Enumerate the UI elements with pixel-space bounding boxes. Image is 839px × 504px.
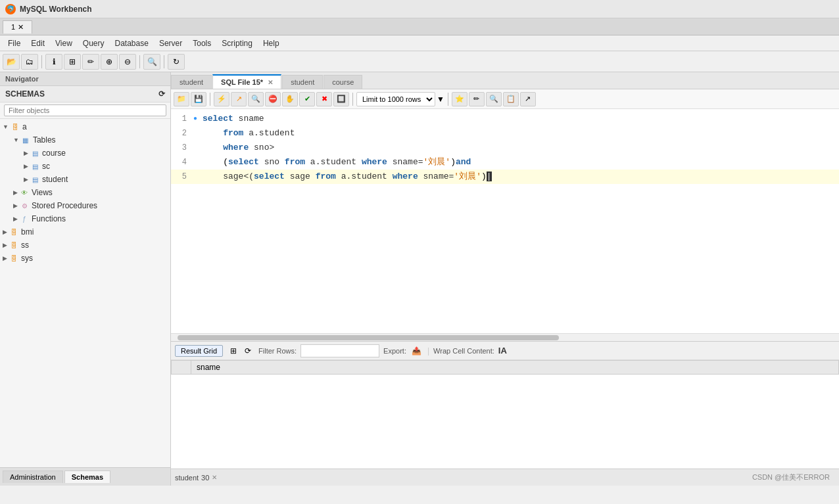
window-tab-1[interactable]: 1 ✕ [3,20,32,34]
export-label: Export: [383,347,406,355]
result-rownum-header [172,361,191,375]
q-commit-btn[interactable]: ✔ [299,92,315,106]
menu-tools[interactable]: Tools [187,37,216,49]
tree-table-student[interactable]: ▶ ▤ student [0,173,170,186]
schema-ss[interactable]: ▶ 🗄 ss [0,239,170,252]
expand-arrow-stored-procs: ▶ [13,202,18,209]
line-num-3: 3 [171,141,191,154]
q-explain-btn[interactable]: 🔍 [248,92,264,106]
schema-tree: ▼ 🗄 a ▼ ▦ Tables ▶ ▤ course ▶ ▤ sc [0,119,170,467]
sql-tab-student-1[interactable]: student [171,75,212,89]
result-tab-student30[interactable]: student 30 ✕ [175,474,217,482]
menu-database[interactable]: Database [110,37,154,49]
sql-line-1: 1 ● select sname [171,112,839,126]
schema-a[interactable]: ▼ 🗄 a [0,120,170,133]
db-icon-bmi: 🗄 [9,227,19,237]
q-execute-btn[interactable]: ⚡ [214,92,229,106]
limit-dropdown-icon: ▼ [437,95,444,104]
expand-arrow-student: ▶ [24,176,28,183]
menu-scripting[interactable]: Scripting [216,37,258,49]
q-schema-btn[interactable]: 📋 [503,92,519,106]
q-rollback-btn[interactable]: ✖ [316,92,332,106]
stored-procs-folder-a[interactable]: ▶ ⚙ Stored Procedures [0,199,170,212]
expand-arrow-views: ▶ [13,189,18,196]
filter-rows-input[interactable] [300,344,379,357]
main-layout: Navigator SCHEMAS ⟳ ▼ 🗄 a ▼ ▦ Tables ▶ [0,72,839,486]
toolbar-reconnect-btn[interactable]: ↻ [168,54,185,70]
toolbar-open-schema-btn[interactable]: 🗂 [21,54,38,70]
schemas-header: SCHEMAS ⟳ [0,86,170,103]
tables-folder-a[interactable]: ▼ ▦ Tables [0,133,170,147]
db-icon-ss: 🗄 [9,240,19,250]
q-find-btn[interactable]: 🔍 [486,92,502,106]
filter-box [0,103,170,119]
line-content-3: where sno> [200,141,839,154]
sql-tab-course[interactable]: course [324,75,362,89]
q-stop-btn[interactable]: ⛔ [265,92,281,106]
result-icon-refresh[interactable]: ⟳ [241,344,254,357]
export-icon[interactable]: 📤 [410,344,423,357]
schema-bmi[interactable]: ▶ 🗄 bmi [0,225,170,239]
toolbar-create-table-btn[interactable]: ⊕ [101,54,118,70]
sql-line-4: 4 (select sno from a.student where sname… [171,155,839,170]
toolbar-table-btn[interactable]: ⊞ [64,54,81,70]
toolbar-drop-table-btn[interactable]: ⊖ [119,54,136,70]
table-icon-course: ▤ [30,148,40,158]
limit-rows-select[interactable]: Limit to 1000 rows [356,92,435,106]
menu-query[interactable]: Query [78,37,110,49]
result-grid[interactable]: sname [171,360,839,469]
q-execute-current-btn[interactable]: ↗ [231,92,247,106]
sql-tab-sqlfile15[interactable]: SQL File 15* ✕ [212,74,281,89]
menu-view[interactable]: View [50,37,78,49]
main-toolbar: 📂 🗂 ℹ ⊞ ✏ ⊕ ⊖ 🔍 ↻ [0,51,839,72]
menu-help[interactable]: Help [258,37,285,49]
app-title: MySQL Workbench [20,5,92,14]
watermark: CSDN @佳美不ERROR [752,472,835,482]
query-toolbar: 📁 💾 ⚡ ↗ 🔍 ⛔ ✋ ✔ ✖ 🔲 Limit to 1000 rows ▼… [171,89,839,109]
q-bookmark-btn[interactable]: ⭐ [452,92,467,106]
schema-a-label: a [22,122,27,131]
q-export-btn[interactable]: ↗ [520,92,536,106]
bottom-tab-schemas[interactable]: Schemas [64,470,110,483]
schema-bmi-label: bmi [21,227,34,237]
toolbar-open-btn[interactable]: 📂 [3,54,20,70]
schema-sys-label: sys [21,254,33,263]
expand-arrow-functions: ▶ [13,216,18,222]
horizontal-scrollbar[interactable] [171,333,839,341]
functions-folder-a[interactable]: ▶ ƒ Functions [0,212,170,225]
q-sep-2 [352,93,353,106]
toolbar-edit-table-btn[interactable]: ✏ [82,54,99,70]
menu-file[interactable]: File [3,37,26,49]
navigator-panel: Navigator SCHEMAS ⟳ ▼ 🗄 a ▼ ▦ Tables ▶ [0,72,171,486]
sql-tab-close-btn[interactable]: ✕ [268,79,273,86]
sql-tab-student-2[interactable]: student [282,75,323,89]
q-toggle-btn[interactable]: 🔲 [333,92,349,106]
toolbar-info-btn[interactable]: ℹ [45,54,62,70]
toolbar-search-btn[interactable]: 🔍 [143,54,160,70]
tree-table-course[interactable]: ▶ ▤ course [0,147,170,160]
filter-objects-input[interactable] [4,104,166,116]
result-icons: ⊞ ⟳ [227,344,254,357]
tree-table-sc[interactable]: ▶ ▤ sc [0,160,170,173]
sql-editor[interactable]: 1 ● select sname 2 from a.student 3 wher… [171,109,839,333]
table-icon-sc: ▤ [30,161,40,172]
menu-edit[interactable]: Edit [26,37,50,49]
result-area: Result Grid ⊞ ⟳ Filter Rows: Export: 📤 |… [171,341,839,486]
result-grid-btn[interactable]: Result Grid [175,345,223,357]
q-save-btn[interactable]: 💾 [191,92,206,106]
q-sep-1 [210,93,210,106]
menu-server[interactable]: Server [154,37,187,49]
line-content-2: from a.student [200,127,839,140]
result-tab-close[interactable]: ✕ [212,474,217,481]
views-folder-a[interactable]: ▶ 👁 Views [0,186,170,199]
result-icon-grid[interactable]: ⊞ [227,344,240,357]
q-stop-execute-btn[interactable]: ✋ [282,92,298,106]
bottom-tab-administration[interactable]: Administration [3,470,63,483]
views-folder-label: Views [32,188,53,197]
q-open-btn[interactable]: 📁 [174,92,189,106]
h-scroll-thumb[interactable] [178,335,559,340]
q-format-btn[interactable]: ✏ [469,92,485,106]
schemas-refresh-icon[interactable]: ⟳ [158,89,165,99]
line-content-5: sage<(select sage from a.student where s… [200,170,839,183]
schema-sys[interactable]: ▶ 🗄 sys [0,252,170,265]
